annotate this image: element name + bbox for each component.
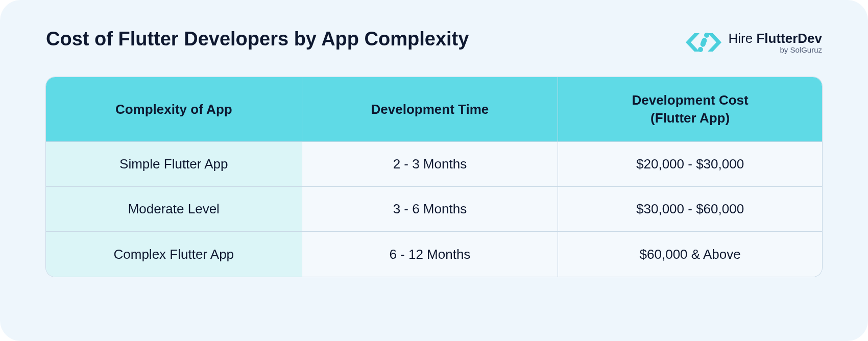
svg-marker-0 xyxy=(686,33,700,52)
header-cost-line2: (Flutter App) xyxy=(650,110,730,126)
header-complexity: Complexity of App xyxy=(46,77,302,142)
cell-complexity: Moderate Level xyxy=(46,187,302,232)
header-row: Cost of Flutter Developers by App Comple… xyxy=(46,28,822,57)
cell-complexity: Complex Flutter App xyxy=(46,232,302,277)
brand-suffix: FlutterDev xyxy=(756,31,822,46)
header-cost-line1: Development Cost xyxy=(632,92,748,108)
table-header-row: Complexity of App Development Time Devel… xyxy=(46,77,822,142)
code-brackets-icon xyxy=(686,28,721,57)
cell-complexity: Simple Flutter App xyxy=(46,142,302,187)
info-card: Cost of Flutter Developers by App Comple… xyxy=(0,0,868,341)
brand-text-block: Hire FlutterDev by SolGuruz xyxy=(729,31,822,54)
svg-rect-4 xyxy=(700,37,708,47)
page-title: Cost of Flutter Developers by App Comple… xyxy=(46,28,469,50)
cell-time: 3 - 6 Months xyxy=(302,187,559,232)
cost-table: Complexity of App Development Time Devel… xyxy=(46,77,822,277)
brand-logo: Hire FlutterDev by SolGuruz xyxy=(686,28,822,57)
cell-time: 2 - 3 Months xyxy=(302,142,559,187)
svg-marker-1 xyxy=(708,33,721,52)
brand-byline: by SolGuruz xyxy=(780,45,822,54)
cell-cost: $30,000 - $60,000 xyxy=(558,187,822,232)
cell-cost: $60,000 & Above xyxy=(558,232,822,277)
table-row: Simple Flutter App 2 - 3 Months $20,000 … xyxy=(46,142,822,187)
table-row: Complex Flutter App 6 - 12 Months $60,00… xyxy=(46,232,822,277)
header-cost: Development Cost (Flutter App) xyxy=(558,77,822,142)
svg-point-2 xyxy=(704,33,709,38)
brand-name: Hire FlutterDev xyxy=(729,31,822,46)
cell-time: 6 - 12 Months xyxy=(302,232,559,277)
table-row: Moderate Level 3 - 6 Months $30,000 - $6… xyxy=(46,187,822,232)
brand-prefix: Hire xyxy=(729,31,753,46)
cell-cost: $20,000 - $30,000 xyxy=(558,142,822,187)
header-time: Development Time xyxy=(302,77,559,142)
svg-point-3 xyxy=(698,47,703,52)
